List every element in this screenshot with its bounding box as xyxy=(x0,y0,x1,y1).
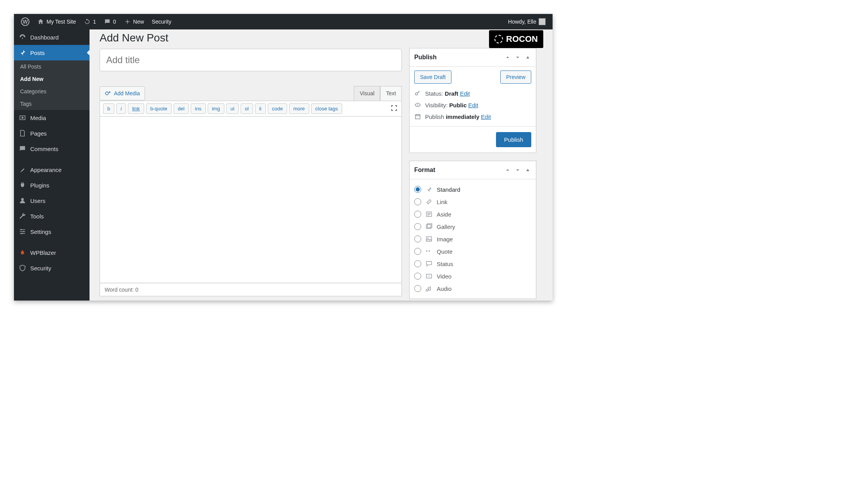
tools-label: Tools xyxy=(30,213,44,220)
post-title-input[interactable] xyxy=(100,49,402,71)
status-value: Draft xyxy=(445,90,458,97)
format-radio[interactable] xyxy=(414,223,421,230)
comments-link[interactable]: 0 xyxy=(100,14,120,29)
sidebar-item-pages[interactable]: Pages xyxy=(14,125,90,141)
sidebar-item-users[interactable]: Users xyxy=(14,193,90,208)
sidebar-item-media[interactable]: Media xyxy=(14,110,90,125)
sidebar-item-appearance[interactable]: Appearance xyxy=(14,162,90,177)
sidebar-item-tools[interactable]: Tools xyxy=(14,208,90,224)
edit-schedule-link[interactable]: Edit xyxy=(481,113,491,120)
preview-button[interactable]: Preview xyxy=(500,70,531,84)
format-radio[interactable] xyxy=(414,235,421,242)
format-option-standard[interactable]: Standard xyxy=(414,183,531,196)
tab-visual[interactable]: Visual xyxy=(354,86,380,101)
format-label: Image xyxy=(437,236,453,242)
qt-del[interactable]: del xyxy=(174,103,189,114)
format-radio[interactable] xyxy=(414,273,421,280)
format-option-status[interactable]: Status xyxy=(414,258,531,270)
sidebar-item-wpblazer[interactable]: WPBlazer xyxy=(14,245,90,260)
posts-label: Posts xyxy=(30,50,45,56)
calendar-icon xyxy=(414,113,421,120)
sidebar-item-comments[interactable]: Comments xyxy=(14,141,90,156)
sidebar-item-security[interactable]: Security xyxy=(14,260,90,276)
edit-visibility-link[interactable]: Edit xyxy=(468,102,478,108)
format-option-aside[interactable]: Aside xyxy=(414,208,531,220)
format-radio[interactable] xyxy=(414,260,421,267)
new-content-link[interactable]: New xyxy=(120,14,148,29)
qt-more[interactable]: more xyxy=(289,103,309,114)
qt-italic[interactable]: i xyxy=(116,103,126,114)
chevron-up-icon[interactable] xyxy=(504,167,511,174)
format-radio[interactable] xyxy=(414,285,421,292)
chevron-up-icon[interactable] xyxy=(504,54,511,61)
fullscreen-button[interactable] xyxy=(390,104,398,114)
pages-icon xyxy=(19,129,26,137)
updates-count: 1 xyxy=(93,19,96,25)
sidebar-item-plugins[interactable]: Plugins xyxy=(14,177,90,193)
format-option-gallery[interactable]: Gallery xyxy=(414,220,531,233)
security-link[interactable]: Security xyxy=(148,14,176,29)
format-option-quote[interactable]: Quote xyxy=(414,245,531,258)
flame-icon xyxy=(19,249,26,256)
save-draft-button[interactable]: Save Draft xyxy=(414,70,451,84)
site-name-link[interactable]: My Test Site xyxy=(33,14,80,29)
submenu-all-posts[interactable]: All Posts xyxy=(14,60,90,73)
qt-ol[interactable]: ol xyxy=(241,103,253,114)
format-option-link[interactable]: Link xyxy=(414,196,531,208)
submenu-categories[interactable]: Categories xyxy=(14,85,90,98)
updates-link[interactable]: 1 xyxy=(80,14,100,29)
format-label: Status xyxy=(437,261,453,267)
qt-img[interactable]: img xyxy=(208,103,224,114)
sidebar-item-posts[interactable]: Posts xyxy=(14,45,90,60)
pin-icon xyxy=(19,49,26,57)
publish-button[interactable]: Publish xyxy=(496,132,531,147)
svg-point-6 xyxy=(415,93,418,95)
format-radio[interactable] xyxy=(414,211,421,218)
account-menu[interactable]: Howdy, Elle xyxy=(504,14,549,29)
add-media-button[interactable]: Add Media xyxy=(100,86,145,100)
tab-text[interactable]: Text xyxy=(380,86,402,101)
link-icon xyxy=(425,198,433,206)
qt-ul[interactable]: ul xyxy=(226,103,239,114)
format-option-image[interactable]: Image xyxy=(414,233,531,245)
sidebar-item-settings[interactable]: Settings xyxy=(14,224,90,239)
qt-link[interactable]: link xyxy=(128,103,144,114)
image-icon xyxy=(425,235,433,243)
settings-label: Settings xyxy=(30,229,51,235)
qt-code[interactable]: code xyxy=(268,103,287,114)
chevron-down-icon[interactable] xyxy=(514,54,521,61)
fullscreen-icon xyxy=(390,104,398,112)
new-label: New xyxy=(133,19,144,25)
format-option-audio[interactable]: Audio xyxy=(414,282,531,295)
users-label: Users xyxy=(30,198,45,204)
chevron-down-icon[interactable] xyxy=(514,167,521,174)
site-name-text: My Test Site xyxy=(46,19,76,25)
format-radio[interactable] xyxy=(414,186,421,193)
format-metabox: Format StandardLinkAsideGalleryImageQuot… xyxy=(409,161,536,299)
pages-label: Pages xyxy=(30,130,47,137)
wp-logo-menu[interactable]: W xyxy=(17,14,33,29)
media-label: Media xyxy=(30,115,46,121)
submenu-add-new[interactable]: Add New xyxy=(14,73,90,85)
format-option-video[interactable]: Video xyxy=(414,270,531,282)
admin-sidebar: Dashboard Posts All Posts Add New Catego… xyxy=(14,29,90,301)
qt-bquote[interactable]: b-quote xyxy=(146,103,172,114)
post-content-textarea[interactable] xyxy=(100,117,402,283)
triangle-up-icon[interactable] xyxy=(524,54,531,61)
format-radio[interactable] xyxy=(414,248,421,255)
submenu-tags[interactable]: Tags xyxy=(14,98,90,110)
triangle-up-icon[interactable] xyxy=(524,167,531,174)
format-radio[interactable] xyxy=(414,198,421,205)
qt-bold[interactable]: b xyxy=(103,103,114,114)
sliders-icon xyxy=(19,228,26,235)
qt-ins[interactable]: ins xyxy=(191,103,206,114)
edit-status-link[interactable]: Edit xyxy=(460,90,470,97)
qt-close-tags[interactable]: close tags xyxy=(311,103,343,114)
qt-li[interactable]: li xyxy=(255,103,266,114)
svg-point-3 xyxy=(23,231,24,232)
format-label: Quote xyxy=(437,248,453,255)
status-icon xyxy=(425,260,433,268)
media-plus-icon xyxy=(105,90,112,97)
sidebar-item-dashboard[interactable]: Dashboard xyxy=(14,29,90,45)
user-icon xyxy=(19,197,26,204)
